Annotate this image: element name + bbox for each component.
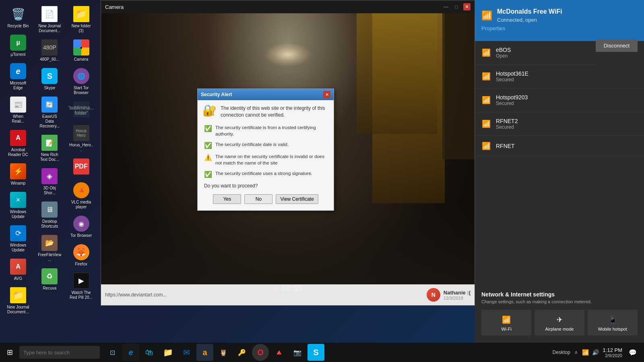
view-certificate-button[interactable]: View Certificate — [276, 194, 318, 204]
volume-systray-icon[interactable]: 🔊 — [592, 349, 599, 356]
desktop-icon-whenreality[interactable]: 📰 When Reali... — [4, 95, 32, 126]
taskbar-vlc[interactable]: 🔺 — [270, 344, 287, 361]
wifi-network-hotspot9203[interactable]: 📶 Hotspot9203 Secured — [475, 88, 644, 112]
desktop-icon-new-folder[interactable]: 📁 New folder (3) — [67, 4, 95, 35]
net-settings-sub: Change settings, such as making a connec… — [481, 299, 638, 304]
check-ok-icon-1: ✅ — [204, 125, 212, 132]
camera-close-button[interactable]: ✕ — [463, 3, 471, 10]
desktop-icon-avg[interactable]: A AVG — [4, 257, 32, 283]
desktop-icon-utorrent[interactable]: µ µTorrent — [4, 33, 32, 59]
desktop-icon-new-journal[interactable]: 📄 New Journal Document... — [35, 4, 64, 35]
desktop-icon-480p[interactable]: 480P 480P_60... — [35, 37, 64, 64]
wifi-connected-section: 📶 McDonalds Free WiFi Connected, open Pr… — [475, 0, 644, 41]
desktop-label: Desktop — [553, 350, 570, 355]
taskbar-tripadvisor[interactable]: 🦉 — [215, 344, 232, 361]
dialog-buttons: Yes No View Certificate — [202, 194, 329, 206]
taskbar-explorer[interactable]: 📁 — [159, 344, 176, 361]
desktop-icon-acrobat[interactable]: A Acrobat Reader DC — [4, 128, 32, 159]
clock-time: 1:12 PM — [603, 347, 622, 353]
wifi-icon-rfnet2: 📶 — [481, 119, 491, 128]
wifi-systray-icon[interactable]: 📶 — [582, 349, 589, 356]
taskbar-edge[interactable]: e — [122, 344, 139, 361]
desktop-icon-winamp[interactable]: ⚡ Winamp — [4, 161, 32, 188]
wifi-action-airplane[interactable]: ✈ Airplane mode — [535, 310, 584, 335]
desktop-icon-skype[interactable]: S Skype — [35, 66, 64, 93]
dialog-close-button[interactable]: ✕ — [323, 91, 330, 98]
wifi-network-list: 📶 eBOS Open 📶 Hotspot361E Secured 📶 Hots… — [475, 41, 644, 156]
wifi-network-hotspot361e[interactable]: 📶 Hotspot361E Secured — [475, 65, 644, 88]
desktop-icon-microsoft-edge[interactable]: e Microsoft Edge — [4, 61, 32, 93]
desktop-icon-rich-text[interactable]: 📝 New Rich Text Doc... — [35, 133, 64, 164]
net-settings-label[interactable]: Network & Internet settings — [481, 291, 638, 298]
taskbar-opera[interactable]: O — [252, 344, 269, 361]
security-warning-icon: 🔐 — [202, 105, 217, 116]
desktop-icon-easeus[interactable]: 🔄 EaseUS Data Recovery... — [35, 95, 64, 131]
no-button[interactable]: No — [244, 194, 272, 204]
wifi-network-ebos[interactable]: 📶 eBOS Open — [475, 41, 596, 65]
dialog-titlebar: Security Alert ✕ — [198, 89, 334, 100]
wifi-action-icon: 📶 — [502, 315, 511, 324]
desktop-icon-freefileview[interactable]: 📂 FreeFileView... — [35, 233, 64, 264]
wifi-name-hotspot9203: Hotspot9203 — [496, 94, 638, 101]
taskbar-store[interactable]: 🛍 — [141, 344, 158, 361]
yes-button[interactable]: Yes — [213, 194, 241, 204]
wifi-status-rfnet2: Secured — [496, 124, 638, 130]
desktop-icon-vlc[interactable]: 🔺 VLC media player — [67, 180, 95, 212]
desktop-icon-tor-browser[interactable]: ◉ Tor Browser — [67, 214, 95, 240]
notification-button[interactable]: 💬 — [626, 343, 639, 362]
camera-minimize-button[interactable]: — — [442, 3, 450, 10]
wifi-action-wifi[interactable]: 📶 Wi-Fi — [481, 310, 531, 335]
desktop-icon-recuva[interactable]: ♻ Recuva — [35, 266, 64, 293]
mobile-hotspot-action-label: Mobile hotspot — [598, 327, 627, 331]
wifi-properties-link[interactable]: Properties — [481, 25, 638, 31]
taskbar-keepass[interactable]: 🔑 — [233, 344, 250, 361]
wifi-action-mobile-hotspot[interactable]: 📱 Mobile hotspot — [588, 310, 638, 335]
wifi-info-rfnet: RFNET — [496, 143, 638, 149]
wifi-network-rfnet2[interactable]: 📶 RFNET2 Secured — [475, 112, 644, 136]
taskbar-amazon[interactable]: a — [196, 344, 213, 361]
desktop-icon-documents-shortcut[interactable]: 📁 New Journal Document... — [4, 285, 32, 317]
desktop-icons-area: 🗑️ Recycle Bin µ µTorrent e Microsoft Ed… — [0, 0, 101, 330]
taskbar-search[interactable] — [19, 346, 100, 359]
desktop-icon-subliminal[interactable]: 'sublimina...folder' — [67, 99, 95, 121]
taskbar-task-view[interactable]: ⊡ — [104, 344, 121, 361]
expand-systray[interactable]: ∧ — [574, 350, 578, 355]
security-text-2: The security certificate date is valid. — [215, 141, 289, 148]
desktop-icon-recycle-bin[interactable]: 🗑️ Recycle Bin — [4, 4, 32, 31]
desktop-icon-windows-update[interactable]: ⟳ Windows Update — [4, 223, 32, 255]
chat-info: Nathanie :( 12/3/2018 — [444, 290, 471, 300]
taskbar-camera[interactable]: 📷 — [289, 344, 306, 361]
taskbar-skype[interactable]: S — [308, 344, 324, 361]
desktop-icon-watch-film[interactable]: ▶ Watch The Red Pill 20... — [67, 271, 95, 302]
dialog-body: 🔐 The identity of this web site or the i… — [198, 100, 334, 210]
wifi-status-hotspot9203: Secured — [496, 101, 638, 106]
desktop-icon-pdf[interactable]: PDF — [67, 156, 95, 178]
wifi-status-ebos: Open — [496, 53, 589, 59]
camera-window-title: Camera — [105, 4, 124, 10]
system-clock[interactable]: 1:12 PM 2/9/2020 — [603, 347, 622, 358]
camera-window-controls: — □ ✕ — [442, 3, 471, 10]
wifi-name-hotspot361e: Hotspot361E — [496, 70, 638, 77]
desktop-icon-3d-object[interactable]: ◈ 3D Obj Shor... — [35, 166, 64, 197]
desktop-icon-start-tor-browser[interactable]: 🌐 Start Tor Browser — [67, 66, 95, 97]
desktop-icon-google-chrome[interactable]: ● Camera — [67, 37, 95, 64]
desktop-icon-horus[interactable]: Horus Hero Horus_Hero... — [67, 123, 95, 154]
desktop-icon-firefox[interactable]: 🦊 Firefox — [67, 242, 95, 269]
chat-avatar: N — [427, 288, 440, 302]
wifi-icon-rfnet: 📶 — [481, 142, 491, 150]
mobile-hotspot-action-icon: 📱 — [608, 315, 617, 324]
desktop-icon-multiplication[interactable]: × Windows Update — [4, 190, 32, 221]
desktop-icon-desktop-shortcuts[interactable]: 🖥 Desktop Shortcuts — [35, 200, 64, 231]
wifi-info-rfnet2: RFNET2 Secured — [496, 118, 638, 130]
dialog-title: Security Alert — [201, 92, 232, 97]
security-item-2: ✅ The security certificate date is valid… — [202, 141, 329, 149]
wifi-disconnect-button[interactable]: Disconnect — [596, 39, 638, 52]
chat-name: Nathanie :( — [444, 290, 471, 296]
taskbar-mail[interactable]: ✉ — [178, 344, 195, 361]
camera-maximize-button[interactable]: □ — [453, 3, 460, 10]
wifi-name-rfnet2: RFNET2 — [496, 118, 638, 124]
wifi-network-rfnet[interactable]: 📶 RFNET — [475, 136, 644, 156]
camera-titlebar: Camera — □ ✕ — [101, 0, 475, 13]
start-button[interactable]: ⊞ — [0, 343, 19, 362]
wifi-icon-hotspot361e: 📶 — [481, 72, 491, 81]
